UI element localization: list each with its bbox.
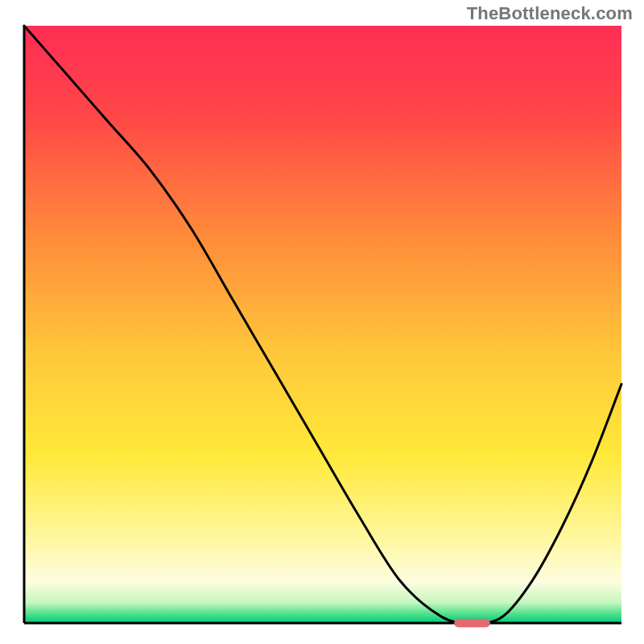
optimum-marker xyxy=(454,619,490,627)
chart-container: TheBottleneck.com xyxy=(0,0,644,644)
bottleneck-chart xyxy=(0,0,644,644)
plot-background xyxy=(24,26,621,623)
